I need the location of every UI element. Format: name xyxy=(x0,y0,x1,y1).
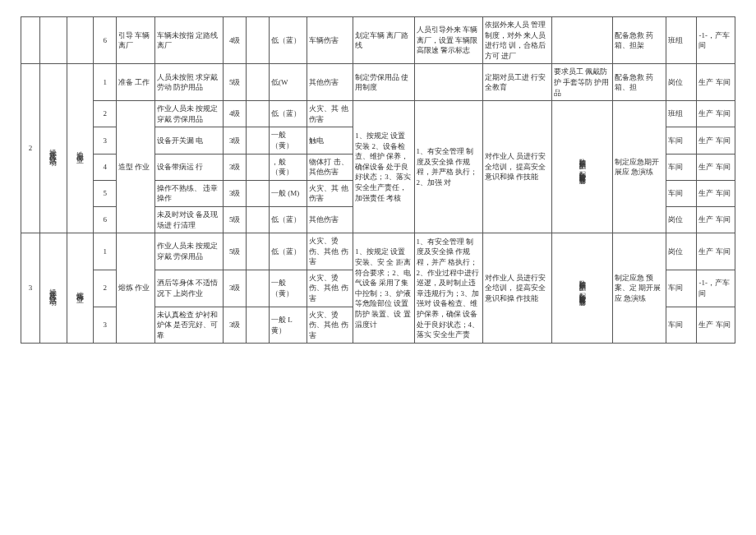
cell xyxy=(247,270,270,307)
mgmt-cell: 1、有安全管理 制度及安全操 作规程，并产 格执行；2、作业过程中进行 巡逻，及… xyxy=(414,233,483,344)
cell: 5级 xyxy=(224,206,247,233)
cell: 要求员工 佩戴防护 手套等防 护用品 xyxy=(551,64,612,101)
table-row: 6 引导 车辆 离厂 车辆未按指 定路线离厂 4级 低（蓝） 车辆伤害 划定车辆… xyxy=(21,17,735,64)
cell: 4 xyxy=(94,154,117,180)
cell: 制定劳保用品 使用制度 xyxy=(353,64,414,101)
cell: 岗位 xyxy=(666,206,697,233)
cell: -1-，产车间 xyxy=(697,270,735,307)
train-cell: 对作业人 员进行安全培训， 提高安全意识和操 作技能 xyxy=(483,233,552,344)
cell xyxy=(40,17,67,64)
activity-cell: 操作及作业活动 xyxy=(40,64,67,233)
cell: 火灾、其 他伤害 xyxy=(307,101,353,127)
cell xyxy=(247,17,270,64)
cell: 3级 xyxy=(224,127,247,154)
cell: 生产 车间 xyxy=(697,233,735,270)
cell: 依据外来人员 管理制度，对外 来人员进行培 训，合格后方可 进厂 xyxy=(483,17,552,64)
section-num: 2 xyxy=(21,64,40,233)
cell: 6 xyxy=(94,17,117,64)
ppe-cell: 防护手目防护品、配防护鞋服套镜防备、 xyxy=(551,101,612,233)
cell: 物体打 击、其他伤害 xyxy=(307,154,353,180)
cell: 生产 车间 xyxy=(697,101,735,127)
cell: 4级 xyxy=(224,17,247,64)
cell xyxy=(247,64,270,101)
cell: 一般 (M) xyxy=(269,180,307,206)
cell: 火灾、烫 伤、其他 伤害 xyxy=(307,233,353,270)
main-table: 6 引导 车辆 离厂 车辆未按指 定路线离厂 4级 低（蓝） 车辆伤害 划定车辆… xyxy=(21,16,735,344)
cell: 3级 xyxy=(224,180,247,206)
cell: 5级 xyxy=(224,233,247,270)
cell xyxy=(247,206,270,233)
cell: 引导 车辆 离厂 xyxy=(117,17,154,64)
cell: 生产 车间 xyxy=(697,64,735,101)
mgmt-cell: 1、有安全管理 制度及安全操 作规程，并严格 执行；2、加强 对 xyxy=(414,101,483,233)
cell: 人员引导外来 车辆离厂，设置 车辆限高限速 警示标志 xyxy=(414,17,483,64)
cell: 酒后等身体 不适情况下 上岗作业 xyxy=(154,270,224,307)
cell: 设备开关漏 电 xyxy=(154,127,224,154)
cell: 车间 xyxy=(666,307,697,344)
emg-cell: 制定应急 预案、定 期开展应 急演练 xyxy=(613,233,666,344)
engctrl-cell: 1、按规定 设置安装 2、设备检查、维护 保养，确保设备 处于良好状态；3、落实… xyxy=(353,101,414,233)
emg-cell: 制定应急期开展应 急演练 xyxy=(613,101,666,233)
cell: 车间 xyxy=(666,180,697,206)
cell: ，般（黄） xyxy=(269,154,307,180)
cell: 触电 xyxy=(307,127,353,154)
cell: 火灾、烫 伤、其他 伤害 xyxy=(307,270,353,307)
cell: 其他伤害 xyxy=(307,64,353,101)
cell: 5级 xyxy=(224,64,247,101)
step-cell: 熔炼 作业 xyxy=(117,233,154,344)
cell: 班组 xyxy=(666,101,697,127)
cell: 火灾、烫 伤、其他 伤害 xyxy=(307,307,353,344)
table-row: 2 操作及作业活动 造型作业 1 准备 工作 人员未按照 求穿戴劳动 防护用品 … xyxy=(21,64,735,101)
cell xyxy=(247,127,270,154)
cell: 车辆伤害 xyxy=(307,17,353,64)
cell: 生产 车间 xyxy=(697,206,735,233)
cell: 4级 xyxy=(224,101,247,127)
cell: 车间 xyxy=(666,270,697,307)
cell: 6 xyxy=(94,206,117,233)
cell xyxy=(247,101,270,127)
cell: 低（蓝） xyxy=(269,206,307,233)
cell: 生产 车间 xyxy=(697,127,735,154)
section-num: 3 xyxy=(21,233,40,344)
cell: 作业人员未 按规定穿戴 劳保用品 xyxy=(154,233,224,270)
cell: 生产 车间 xyxy=(697,154,735,180)
cell: 2 xyxy=(94,101,117,127)
cell: 3 xyxy=(94,127,117,154)
cell: 配备急救 药箱、担架 xyxy=(613,17,666,64)
cell: 低（蓝） xyxy=(269,17,307,64)
cell: 准备 工作 xyxy=(117,64,154,101)
cell: 3 xyxy=(94,307,117,344)
cell: 人员未按照 求穿戴劳动 防护用品 xyxy=(154,64,224,101)
cell: 岗位 xyxy=(666,233,697,270)
ppe-cell: 防护手目防护品、配防护鞋服套镜防备、 xyxy=(551,233,612,344)
cell: 低(W xyxy=(269,64,307,101)
cell: 低（蓝） xyxy=(269,101,307,127)
cell: 其他伤害 xyxy=(307,206,353,233)
cell: 配备急救 药箱、担 xyxy=(613,64,666,101)
table-row: 2 造型 作业 作业人员未 按规定穿戴 劳保用品 4级 低（蓝） 火灾、其 他伤… xyxy=(21,101,735,127)
cell: 3级 xyxy=(224,154,247,180)
cell xyxy=(247,307,270,344)
cell: 1 xyxy=(94,233,117,270)
cell: 一般（黄） xyxy=(269,127,307,154)
cell: 低（蓝） xyxy=(269,233,307,270)
cell xyxy=(247,154,270,180)
cell: 1 xyxy=(94,64,117,101)
cell: 班组 xyxy=(666,17,697,64)
sub-cell: 造型作业 xyxy=(67,64,94,233)
cell: 划定车辆 离厂路线 xyxy=(353,17,414,64)
table-row: 3 操作及作业活动 熔炼作业 1 熔炼 作业 作业人员未 按规定穿戴 劳保用品 … xyxy=(21,233,735,270)
cell: 岗位 xyxy=(666,64,697,101)
cell xyxy=(551,17,612,64)
cell xyxy=(67,17,94,64)
cell: 火灾、其 他伤害 xyxy=(307,180,353,206)
cell: 2 xyxy=(94,270,117,307)
cell xyxy=(247,180,270,206)
cell: 3级 xyxy=(224,270,247,307)
cell: 车间 xyxy=(666,154,697,180)
activity-cell: 操作及作业活动 xyxy=(40,233,67,344)
cell: 定期对员工进 行安全教育 xyxy=(483,64,552,101)
cell xyxy=(21,17,40,64)
engctrl-cell: 1、按规定 设置安装、安 全 距离符合要求；2、电气设备 采用了集 中控制；3、… xyxy=(353,233,414,344)
cell: 作业人员未 按规定穿戴 劳保用品 xyxy=(154,101,224,127)
